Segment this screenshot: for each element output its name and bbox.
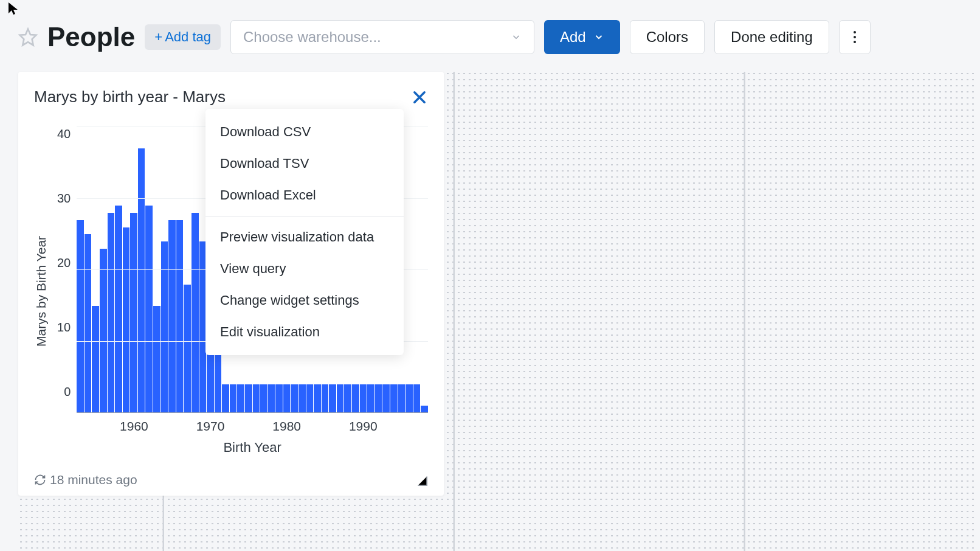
menu-item-view-query[interactable]: View query [205,253,404,285]
x-axis-ticks: 1960197019801990 [77,419,428,434]
bar[interactable] [306,384,314,413]
bar[interactable] [192,213,199,413]
add-button[interactable]: Add [544,20,620,54]
bar[interactable] [291,384,298,413]
bar[interactable] [108,213,115,413]
warehouse-select[interactable]: Choose warehouse... [230,20,534,54]
y-tick: 40 [57,127,71,141]
page-header: People + Add tag Choose warehouse... Add… [0,0,980,58]
bar[interactable] [153,306,160,413]
bar[interactable] [382,384,390,413]
bar[interactable] [260,384,267,413]
y-tick: 20 [57,256,71,270]
bar[interactable] [322,384,329,413]
menu-divider [205,216,404,217]
y-tick: 0 [64,385,71,399]
y-tick: 10 [57,321,71,334]
plus-icon: + [154,29,162,45]
kebab-icon [853,30,857,44]
bar[interactable] [352,384,359,413]
bar[interactable] [100,249,107,413]
done-editing-button[interactable]: Done editing [714,20,829,54]
bar[interactable] [329,384,336,413]
colors-button[interactable]: Colors [630,20,705,54]
bar[interactable] [230,384,237,413]
widget-header: Marys by birth year - Marys [34,88,428,106]
add-tag-button[interactable]: + Add tag [145,24,221,50]
star-icon[interactable] [18,27,38,47]
bar[interactable] [283,384,291,413]
x-axis-line [77,412,428,413]
warehouse-placeholder: Choose warehouse... [243,29,381,46]
widget-context-menu: Download CSV Download TSV Download Excel… [205,109,404,355]
svg-marker-0 [20,29,36,46]
bar[interactable] [367,384,374,413]
add-button-label: Add [560,29,586,46]
x-tick: 1990 [349,419,378,434]
x-tick: 1970 [196,419,225,434]
widget-title[interactable]: Marys by birth year - Marys [34,88,226,106]
bar[interactable] [123,227,130,414]
bar[interactable] [222,384,229,413]
bar[interactable] [413,384,421,413]
bar[interactable] [92,306,99,413]
bar[interactable] [115,206,122,413]
bar[interactable] [390,384,398,413]
close-icon[interactable] [411,89,428,106]
x-axis-label: Birth Year [77,440,428,456]
mouse-cursor-icon [6,1,21,16]
last-refresh-text: 18 minutes ago [50,473,137,487]
page-title: People [47,22,135,52]
add-tag-label: Add tag [165,29,211,45]
svg-point-2 [854,36,856,38]
y-axis-ticks: 403020100 [49,127,77,399]
refresh-icon [34,474,46,486]
menu-item-preview-data[interactable]: Preview visualization data [205,221,404,253]
y-tick: 30 [57,192,71,206]
bar[interactable] [337,384,344,413]
menu-item-widget-settings[interactable]: Change widget settings [205,285,404,316]
chevron-down-icon [593,32,604,43]
bar[interactable] [145,206,153,413]
x-tick: 1980 [272,419,301,434]
bar[interactable] [314,384,321,413]
bar[interactable] [253,384,260,413]
bar[interactable] [85,234,92,413]
bar[interactable] [168,220,176,413]
resize-handle-icon[interactable] [415,473,428,487]
bar[interactable] [77,220,84,413]
menu-item-download-excel[interactable]: Download Excel [205,179,404,211]
bar[interactable] [130,213,137,413]
bar[interactable] [298,384,306,413]
menu-item-edit-visualization[interactable]: Edit visualization [205,316,404,348]
bar[interactable] [184,285,191,414]
bar[interactable] [344,384,351,413]
widget-footer: 18 minutes ago [34,473,428,487]
bar[interactable] [237,384,244,413]
bar[interactable] [398,384,405,413]
bar[interactable] [245,384,252,413]
x-tick: 1960 [120,419,148,434]
menu-item-download-tsv[interactable]: Download TSV [205,148,404,179]
chevron-down-icon [511,32,522,43]
bar[interactable] [268,384,275,413]
menu-item-download-csv[interactable]: Download CSV [205,116,404,148]
bar[interactable] [375,384,382,413]
svg-point-1 [854,31,856,33]
bar[interactable] [161,241,168,413]
more-options-button[interactable] [839,20,871,54]
bar[interactable] [360,384,367,413]
bar[interactable] [176,220,184,413]
y-axis-label: Marys by Birth Year [34,127,49,456]
bar[interactable] [138,148,145,413]
svg-point-3 [854,41,856,43]
bar[interactable] [275,384,283,413]
bar[interactable] [405,384,413,413]
